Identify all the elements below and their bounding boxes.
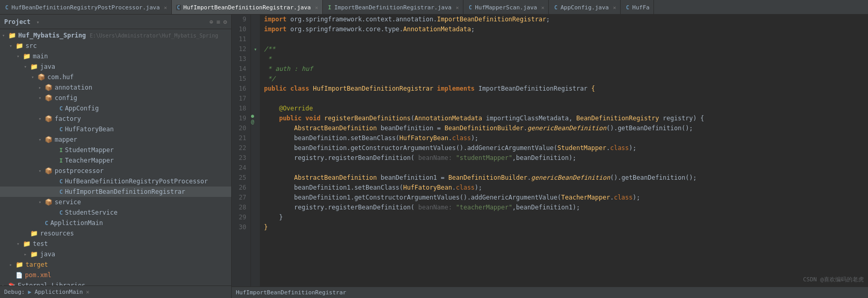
tab-label: ImportBeanDefinitionRegistrar.java	[334, 4, 451, 11]
tree-item-annotation[interactable]: ▸ 📦 annotation	[0, 82, 231, 93]
line-num-11: 11	[236, 34, 246, 44]
code-line-14: * auth : huf	[264, 64, 864, 74]
tab-close-icon[interactable]: ✕	[456, 5, 459, 10]
locate-icon[interactable]: ⊕	[209, 18, 213, 26]
tree-item-HufFatoryBean[interactable]: C HufFatoryBean	[0, 124, 231, 134]
tab-HufFa[interactable]: C HufFa	[621, 0, 654, 15]
tab-close-icon[interactable]: ✕	[164, 5, 167, 10]
line-num-17: 17	[236, 94, 246, 104]
tree-item-TeacherMapper[interactable]: I TeacherMapper	[0, 155, 231, 166]
code-container[interactable]: 9 10 11 12 13 14 15 16 17 18 19 20 21 22…	[232, 15, 868, 287]
tree-item-AppConfig[interactable]: C AppConfig	[0, 103, 231, 114]
watermark: CSDN @喜欢编码的老虎	[803, 276, 864, 283]
xml-icon: 📄	[16, 272, 23, 279]
tab-HufImportBeanDefinitionRegistrar[interactable]: C HufImportBeanDefinitionRegistrar.java …	[172, 0, 323, 15]
gutter-30	[251, 222, 260, 232]
class-icon: C	[59, 126, 63, 133]
tab-close-icon[interactable]: ✕	[613, 5, 616, 10]
tree-label: StudentService	[65, 209, 118, 216]
class-icon: C	[468, 5, 473, 10]
tab-close-icon[interactable]: ✕	[315, 5, 318, 10]
tree-item-pomxml[interactable]: 📄 pom.xml	[0, 270, 231, 280]
tree-arrow: ▾	[17, 54, 23, 59]
tab-label: HufBeanDefinitionRegistryPostProcessor.j…	[11, 4, 160, 11]
line-num-30: 30	[236, 222, 246, 232]
tree-label: HufImportBeanDefinitionRegistrar	[65, 188, 185, 195]
tab-AppConfig[interactable]: C AppConfig.java ✕	[549, 0, 621, 15]
tree-label: External Libraries	[18, 282, 85, 285]
tree-item-external-libraries[interactable]: ▸ 📚 External Libraries	[0, 280, 231, 285]
code-line-21: beanDefinition.setBeanClass(HufFatoryBea…	[264, 133, 864, 143]
tree-item-root[interactable]: ▾ 📁 Huf_Mybatis_Spring E:\Users\Administ…	[0, 30, 231, 41]
tab-close-icon[interactable]: ✕	[541, 5, 544, 10]
gutter-23	[251, 153, 260, 163]
debug-close-icon[interactable]: ✕	[86, 289, 90, 295]
code-line-23: registry.registerBeanDefinition( beanNam…	[264, 153, 864, 163]
tab-ImportBeanDefinitionRegistrar[interactable]: I ImportBeanDefinitionRegistrar.java ✕	[323, 0, 463, 15]
line-numbers: 9 10 11 12 13 14 15 16 17 18 19 20 21 22…	[232, 15, 250, 287]
code-line-9: import org.springframework.context.annot…	[264, 15, 864, 24]
tree-item-resources[interactable]: 📁 resources	[0, 228, 231, 239]
tree-arrow: ▾	[39, 116, 45, 121]
tree-label: mapper	[55, 136, 77, 143]
collapse-icon[interactable]: ≡	[217, 18, 220, 26]
tree-label: resources	[40, 230, 74, 237]
gutter-19: ● @	[251, 114, 260, 123]
tree-arrow: ▾	[39, 168, 45, 173]
tree-item-target[interactable]: ▸ 📁 target	[0, 259, 231, 270]
line-num-22: 22	[236, 143, 246, 153]
tab-HufMapperScan[interactable]: C HufMapperScan.java ✕	[463, 0, 549, 15]
class-icon: C	[59, 105, 63, 112]
settings-icon[interactable]: ⚙	[223, 18, 227, 26]
class-icon: C	[59, 189, 63, 195]
tree-item-test-java[interactable]: ▸ 📁 java	[0, 249, 231, 259]
gutter-20	[251, 123, 260, 133]
debug-item[interactable]: ApplictionMain	[34, 289, 83, 295]
code-line-20: AbstractBeanDefinition beanDefinition = …	[264, 123, 864, 133]
tree-arrow: ▸	[39, 85, 45, 90]
tree-arrow: ▾	[24, 64, 30, 69]
folder-icon: 📁	[30, 230, 38, 237]
line-num-13: 13	[236, 54, 246, 64]
line-num-12: 12	[236, 44, 246, 54]
code-editor[interactable]: import org.springframework.context.annot…	[260, 15, 868, 287]
tree-label: HufFatoryBean	[65, 126, 114, 133]
tree-item-StudentMapper[interactable]: I StudentMapper	[0, 145, 231, 155]
tree-item-factory[interactable]: ▾ 📦 factory	[0, 114, 231, 124]
tree-item-test[interactable]: ▾ 📁 test	[0, 239, 231, 249]
tree-label: main	[33, 53, 48, 60]
line-num-23: 23	[236, 153, 246, 163]
tree-label: Huf_Mybatis_Spring E:\Users\Administrato…	[18, 32, 218, 39]
code-line-12: /**	[264, 44, 864, 54]
tree-item-HufBeanDefinitionRegistryPostProcessor[interactable]: C HufBeanDefinitionRegistryPostProcessor	[0, 176, 231, 187]
tree-item-config[interactable]: ▾ 📦 config	[0, 93, 231, 103]
tree-item-ApplictionMain[interactable]: C ApplictionMain	[0, 218, 231, 228]
tree-item-service[interactable]: ▾ 📦 service	[0, 197, 231, 207]
gutter-27	[251, 193, 260, 203]
interface-icon: I	[327, 5, 332, 10]
tree-arrow: ▾	[31, 74, 37, 80]
tree-item-src[interactable]: ▾ 📁 src	[0, 41, 231, 51]
gutter-10	[251, 24, 260, 34]
project-header: Project ▾ ⊕ ≡ ⚙	[0, 15, 231, 29]
tree-label: src	[26, 42, 37, 49]
line-num-26: 26	[236, 183, 246, 193]
gutter-11	[251, 34, 260, 44]
tree-item-main[interactable]: ▾ 📁 main	[0, 51, 231, 61]
class-icon: C	[176, 5, 181, 10]
package-icon: 📦	[45, 167, 53, 175]
line-num-9: 9	[236, 15, 246, 24]
source-folder-icon: 📁	[30, 251, 38, 258]
tab-HufBeanDefinitionRegistryPostProcessor[interactable]: C HufBeanDefinitionRegistryPostProcessor…	[0, 0, 172, 15]
tree-item-comhuf[interactable]: ▾ 📦 com.huf	[0, 72, 231, 82]
tree-label: StudentMapper	[65, 146, 114, 154]
tree-item-StudentService[interactable]: C StudentService	[0, 207, 231, 218]
tree-item-postprocessor[interactable]: ▾ 📦 postprocessor	[0, 166, 231, 176]
line-num-10: 10	[236, 24, 246, 34]
tree-label: annotation	[55, 84, 92, 91]
tree-item-mapper[interactable]: ▾ 📦 mapper	[0, 134, 231, 145]
tree-arrow: ▾	[39, 137, 45, 142]
tree-item-java[interactable]: ▾ 📁 java	[0, 61, 231, 72]
tree-item-HufImportBeanDefinitionRegistrar[interactable]: C HufImportBeanDefinitionRegistrar	[0, 187, 231, 197]
code-line-15: */	[264, 74, 864, 84]
